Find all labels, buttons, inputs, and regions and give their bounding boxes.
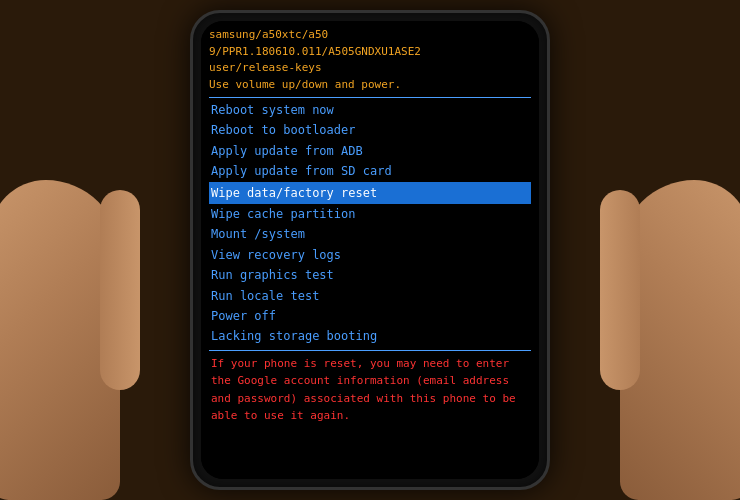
menu-item-7[interactable]: View recovery logs <box>209 245 531 265</box>
menu-item-9[interactable]: Run locale test <box>209 286 531 306</box>
menu-item-8[interactable]: Run graphics test <box>209 265 531 285</box>
menu-item-1[interactable]: Reboot to bootloader <box>209 120 531 140</box>
menu-item-0[interactable]: Reboot system now <box>209 100 531 120</box>
phone: samsung/a50xtc/a50 9/PPR1.180610.011/A50… <box>190 10 550 490</box>
header-line2: 9/PPR1.180610.011/A505GNDXU1ASE2 <box>209 44 531 61</box>
hand-left <box>0 180 120 500</box>
menu-item-11[interactable]: Lacking storage booting <box>209 326 531 346</box>
menu-item-2[interactable]: Apply update from ADB <box>209 141 531 161</box>
menu-item-3[interactable]: Apply update from SD card <box>209 161 531 181</box>
scene: samsung/a50xtc/a50 9/PPR1.180610.011/A50… <box>0 0 740 500</box>
warning-text: If your phone is reset, you may need to … <box>209 355 531 425</box>
menu-item-5[interactable]: Wipe cache partition <box>209 204 531 224</box>
hand-right <box>620 180 740 500</box>
header-line4: Use volume up/down and power. <box>209 77 531 94</box>
menu-item-10[interactable]: Power off <box>209 306 531 326</box>
menu-list: Reboot system nowReboot to bootloaderApp… <box>209 100 531 347</box>
top-divider <box>209 97 531 98</box>
header-line3: user/release-keys <box>209 60 531 77</box>
menu-item-6[interactable]: Mount /system <box>209 224 531 244</box>
header-info: samsung/a50xtc/a50 9/PPR1.180610.011/A50… <box>209 27 531 93</box>
phone-inner: samsung/a50xtc/a50 9/PPR1.180610.011/A50… <box>201 21 539 479</box>
screen: samsung/a50xtc/a50 9/PPR1.180610.011/A50… <box>201 21 539 479</box>
bottom-divider <box>209 350 531 351</box>
menu-item-4[interactable]: Wipe data/factory reset <box>209 182 531 204</box>
header-line1: samsung/a50xtc/a50 <box>209 27 531 44</box>
